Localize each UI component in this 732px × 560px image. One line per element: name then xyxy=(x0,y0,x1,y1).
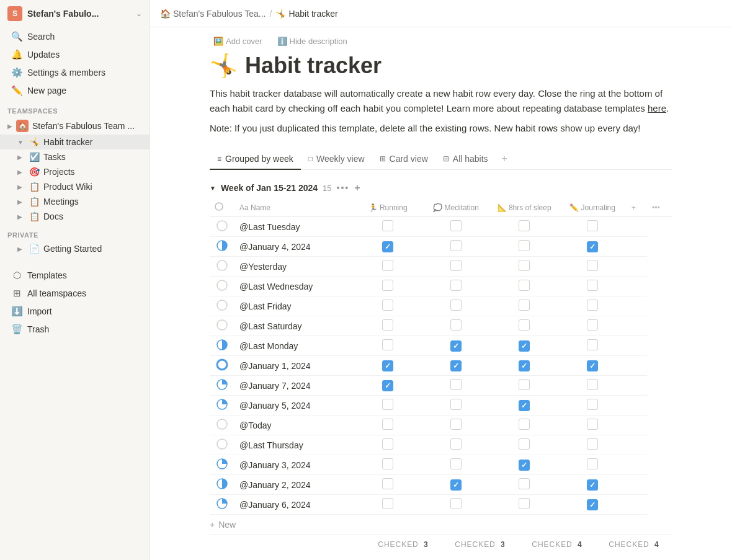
row-journaling-12[interactable] xyxy=(558,455,627,475)
row-name-6[interactable]: @Last Monday xyxy=(234,336,354,356)
tab-all-habits[interactable]: ⊟ All habits xyxy=(435,149,496,170)
col-header-add[interactable]: + xyxy=(627,198,647,217)
row-journaling-8[interactable] xyxy=(558,376,627,396)
row-status-12[interactable] xyxy=(210,455,234,475)
row-name-11[interactable]: @Last Thursday xyxy=(234,435,354,455)
nav-item-docs[interactable]: ▶ 📋 Docs xyxy=(0,209,150,224)
tab-grouped-by-week[interactable]: ≡ Grouped by week xyxy=(210,149,301,170)
row-sleep-5[interactable] xyxy=(490,316,558,336)
description-link[interactable]: here xyxy=(648,103,666,113)
row-meditation-6[interactable] xyxy=(422,336,490,356)
new-row-button[interactable]: + New xyxy=(210,515,672,535)
row-running-0[interactable] xyxy=(354,217,422,237)
row-status-9[interactable] xyxy=(210,396,234,416)
row-sleep-9[interactable] xyxy=(490,396,558,416)
row-status-14[interactable] xyxy=(210,495,234,515)
row-status-4[interactable] xyxy=(210,296,234,316)
row-status-2[interactable] xyxy=(210,257,234,277)
week-collapse-icon[interactable]: ▼ xyxy=(210,185,216,192)
row-sleep-12[interactable] xyxy=(490,455,558,475)
row-meditation-0[interactable] xyxy=(422,217,490,237)
row-status-11[interactable] xyxy=(210,435,234,455)
row-status-0[interactable] xyxy=(210,217,234,237)
row-status-1[interactable] xyxy=(210,237,234,257)
row-meditation-7[interactable] xyxy=(422,356,490,376)
row-meditation-10[interactable] xyxy=(422,416,490,435)
row-running-9[interactable] xyxy=(354,396,422,416)
row-name-8[interactable]: @January 7, 2024 xyxy=(234,376,354,396)
row-status-10[interactable] xyxy=(210,416,234,435)
row-status-6[interactable] xyxy=(210,336,234,356)
row-name-13[interactable]: @January 2, 2024 xyxy=(234,475,354,495)
row-sleep-0[interactable] xyxy=(490,217,558,237)
row-sleep-14[interactable] xyxy=(490,495,558,515)
row-sleep-8[interactable] xyxy=(490,376,558,396)
row-meditation-9[interactable] xyxy=(422,396,490,416)
nav-item-product-wiki[interactable]: ▶ 📋 Product Wiki xyxy=(0,179,150,194)
row-name-0[interactable]: @Last Tuesday xyxy=(234,217,354,237)
row-sleep-2[interactable] xyxy=(490,257,558,277)
nav-item-habit-tracker[interactable]: ▼ 🤸 Habit tracker xyxy=(0,135,150,149)
row-running-10[interactable] xyxy=(354,416,422,435)
row-sleep-11[interactable] xyxy=(490,435,558,455)
add-view-button[interactable]: + xyxy=(496,148,514,169)
row-meditation-8[interactable] xyxy=(422,376,490,396)
row-journaling-4[interactable] xyxy=(558,296,627,316)
row-journaling-2[interactable] xyxy=(558,257,627,277)
row-running-13[interactable] xyxy=(354,475,422,495)
row-sleep-13[interactable] xyxy=(490,475,558,495)
row-meditation-1[interactable] xyxy=(422,237,490,257)
week-add-icon[interactable]: + xyxy=(354,182,360,193)
tab-card-view[interactable]: ⊞ Card view xyxy=(372,149,435,170)
row-running-11[interactable] xyxy=(354,435,422,455)
row-meditation-11[interactable] xyxy=(422,435,490,455)
hide-description-button[interactable]: ℹ️ Hide description xyxy=(274,35,351,48)
sidebar-item-new-page[interactable]: ✏️ New page xyxy=(4,82,146,99)
row-name-10[interactable]: @Today xyxy=(234,416,354,435)
row-name-2[interactable]: @Yesterday xyxy=(234,257,354,277)
row-running-5[interactable] xyxy=(354,316,422,336)
row-running-1[interactable] xyxy=(354,237,422,257)
sidebar-item-trash[interactable]: 🗑️ Trash xyxy=(4,321,146,338)
row-journaling-0[interactable] xyxy=(558,217,627,237)
row-journaling-13[interactable] xyxy=(558,475,627,495)
row-journaling-3[interactable] xyxy=(558,277,627,296)
col-header-options[interactable]: ••• xyxy=(647,198,672,217)
row-running-4[interactable] xyxy=(354,296,422,316)
row-sleep-10[interactable] xyxy=(490,416,558,435)
row-journaling-1[interactable] xyxy=(558,237,627,257)
row-sleep-7[interactable] xyxy=(490,356,558,376)
week-options-icon[interactable]: ••• xyxy=(337,183,350,193)
row-journaling-5[interactable] xyxy=(558,316,627,336)
row-journaling-7[interactable] xyxy=(558,356,627,376)
nav-item-tasks[interactable]: ▶ ☑️ Tasks xyxy=(0,149,150,164)
row-status-13[interactable] xyxy=(210,475,234,495)
row-sleep-4[interactable] xyxy=(490,296,558,316)
row-meditation-14[interactable] xyxy=(422,495,490,515)
sidebar-item-templates[interactable]: ⬡ Templates xyxy=(4,267,146,284)
row-name-12[interactable]: @January 3, 2024 xyxy=(234,455,354,475)
sidebar-item-search[interactable]: 🔍 Search xyxy=(4,28,146,45)
row-journaling-10[interactable] xyxy=(558,416,627,435)
workspace-header[interactable]: S Stefan's Fabulo... ⌄ xyxy=(0,0,150,27)
row-sleep-6[interactable] xyxy=(490,336,558,356)
row-running-12[interactable] xyxy=(354,455,422,475)
row-name-1[interactable]: @January 4, 2024 xyxy=(234,237,354,257)
row-status-5[interactable] xyxy=(210,316,234,336)
row-status-7[interactable] xyxy=(210,356,234,376)
nav-item-projects[interactable]: ▶ 🎯 Projects xyxy=(0,164,150,179)
row-meditation-12[interactable] xyxy=(422,455,490,475)
row-name-4[interactable]: @Last Friday xyxy=(234,296,354,316)
row-running-2[interactable] xyxy=(354,257,422,277)
row-journaling-6[interactable] xyxy=(558,336,627,356)
row-journaling-11[interactable] xyxy=(558,435,627,455)
row-meditation-13[interactable] xyxy=(422,475,490,495)
row-name-3[interactable]: @Last Wednesday xyxy=(234,277,354,296)
row-meditation-3[interactable] xyxy=(422,277,490,296)
row-name-5[interactable]: @Last Saturday xyxy=(234,316,354,336)
row-name-14[interactable]: @January 6, 2024 xyxy=(234,495,354,515)
tab-weekly-view[interactable]: □ Weekly view xyxy=(301,149,372,170)
row-running-7[interactable] xyxy=(354,356,422,376)
sidebar-item-settings[interactable]: ⚙️ Settings & members xyxy=(4,64,146,81)
nav-item-getting-started[interactable]: ▶ 📄 Getting Started xyxy=(0,241,150,256)
